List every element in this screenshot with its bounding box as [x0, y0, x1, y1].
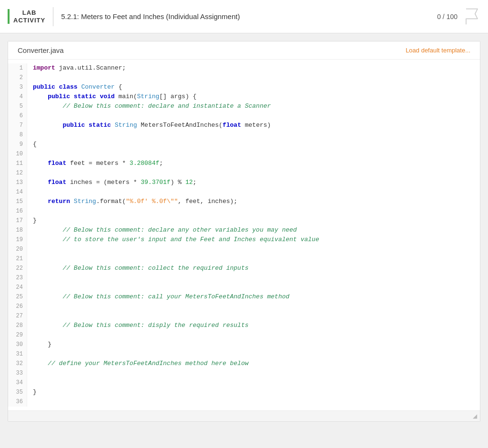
- code-line: [33, 378, 474, 387]
- code-line: // Below this comment: disply the requir…: [33, 321, 474, 330]
- code-line: [33, 73, 474, 82]
- code-line: [33, 368, 474, 378]
- code-line: // define your MetersToFeetAndInches met…: [33, 359, 474, 368]
- code-editor[interactable]: 1234567891011121314151617181920212223242…: [8, 60, 480, 410]
- code-line: }: [33, 340, 474, 349]
- score-display: 0 / 100: [437, 13, 458, 20]
- line-number: 14: [12, 187, 23, 197]
- code-lines[interactable]: import java.util.Scanner; public class C…: [27, 63, 480, 407]
- line-number: 21: [12, 254, 23, 264]
- code-line: // Below this comment: collect the requi…: [33, 264, 474, 273]
- line-number: 3: [12, 82, 23, 92]
- line-number: 12: [12, 168, 23, 178]
- code-line: [33, 273, 474, 283]
- code-line: // Below this comment: declare and insta…: [33, 102, 474, 111]
- code-line: public static String MetersToFeetAndInch…: [33, 121, 474, 130]
- line-number: 19: [12, 235, 23, 244]
- code-line: [33, 311, 474, 321]
- main-content: Converter.java Load default template... …: [0, 33, 488, 448]
- lab-label: LAB: [22, 9, 37, 17]
- line-number: 23: [12, 273, 23, 283]
- header: LAB ACTIVITY 5.2.1: Meters to Feet and I…: [0, 0, 488, 33]
- line-number: 13: [12, 178, 23, 187]
- code-line: [33, 302, 474, 311]
- lab-activity-badge: LAB ACTIVITY: [8, 9, 45, 24]
- line-number: 2: [12, 73, 23, 82]
- code-line: {: [33, 140, 474, 149]
- line-numbers: 1234567891011121314151617181920212223242…: [8, 63, 27, 407]
- resize-icon: ◢: [473, 413, 477, 419]
- line-number: 6: [12, 111, 23, 121]
- code-line: }: [33, 387, 474, 397]
- line-number: 32: [12, 359, 23, 368]
- code-line: [33, 111, 474, 121]
- code-line: public class Converter {: [33, 82, 474, 92]
- code-line: [33, 397, 474, 407]
- line-number: 10: [12, 149, 23, 159]
- line-number: 30: [12, 340, 23, 349]
- score-flag-icon: [463, 8, 480, 25]
- code-line: [33, 244, 474, 254]
- load-template-button[interactable]: Load default template...: [406, 47, 470, 54]
- line-number: 29: [12, 330, 23, 340]
- code-line: [33, 149, 474, 159]
- line-number: 18: [12, 225, 23, 235]
- code-line: return String.format("%.0f' %.0f\"", fee…: [33, 197, 474, 206]
- line-number: 11: [12, 159, 23, 168]
- line-number: 36: [12, 397, 23, 407]
- line-number: 35: [12, 387, 23, 397]
- line-number: 33: [12, 368, 23, 378]
- line-number: 27: [12, 311, 23, 321]
- resize-handle[interactable]: ◢: [8, 410, 480, 421]
- code-line: [33, 130, 474, 140]
- line-number: 20: [12, 244, 23, 254]
- code-line: [33, 330, 474, 340]
- code-line: public static void main(String[] args) {: [33, 92, 474, 102]
- line-number: 31: [12, 349, 23, 359]
- line-number: 17: [12, 216, 23, 225]
- code-panel: Converter.java Load default template... …: [8, 41, 480, 422]
- code-line: [33, 349, 474, 359]
- activity-label: ACTIVITY: [13, 17, 45, 24]
- code-line: [33, 168, 474, 178]
- line-number: 7: [12, 121, 23, 130]
- code-line: [33, 206, 474, 216]
- code-line: [33, 187, 474, 197]
- line-number: 24: [12, 283, 23, 292]
- code-scroll-area[interactable]: 1234567891011121314151617181920212223242…: [8, 60, 480, 410]
- line-number: 16: [12, 206, 23, 216]
- line-number: 15: [12, 197, 23, 206]
- line-number: 5: [12, 102, 23, 111]
- code-line: // Below this comment: declare any other…: [33, 225, 474, 235]
- code-line: }: [33, 216, 474, 225]
- code-line: import java.util.Scanner;: [33, 63, 474, 73]
- line-number: 28: [12, 321, 23, 330]
- code-line: float feet = meters * 3.28084f;: [33, 159, 474, 168]
- line-number: 8: [12, 130, 23, 140]
- line-number: 22: [12, 264, 23, 273]
- code-line: // to store the user's input and the Fee…: [33, 235, 474, 244]
- line-number: 26: [12, 302, 23, 311]
- code-filename: Converter.java: [18, 46, 64, 54]
- code-line: float inches = (meters * 39.3701f) % 12;: [33, 178, 474, 187]
- line-number: 1: [12, 63, 23, 73]
- header-divider: [53, 7, 53, 26]
- code-line: // Below this comment: call your MetersT…: [33, 292, 474, 302]
- line-number: 9: [12, 140, 23, 149]
- line-number: 34: [12, 378, 23, 387]
- assignment-title: 5.2.1: Meters to Feet and Inches (Indivi…: [61, 12, 437, 20]
- code-panel-header: Converter.java Load default template...: [8, 41, 480, 60]
- code-line: [33, 283, 474, 292]
- code-line: [33, 254, 474, 264]
- line-number: 25: [12, 292, 23, 302]
- line-number: 4: [12, 92, 23, 102]
